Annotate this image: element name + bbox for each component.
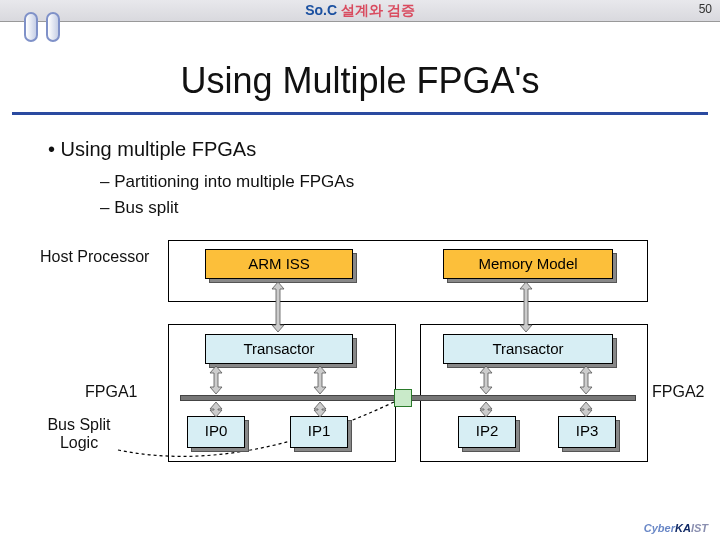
block-memory-model: Memory Model — [443, 249, 613, 279]
footer-logo: CyberKAIST — [644, 522, 708, 534]
block-ip1: IP1 — [290, 416, 348, 448]
double-arrow-icon — [208, 366, 224, 394]
logo-cyber: Cyber — [644, 522, 675, 534]
svg-marker-5 — [580, 402, 592, 417]
title-underline — [12, 112, 708, 115]
double-arrow-icon — [312, 402, 328, 417]
block-arm-iss: ARM ISS — [205, 249, 353, 279]
double-arrow-icon — [578, 402, 594, 417]
double-arrow-icon — [208, 402, 224, 417]
double-arrow-icon — [270, 282, 286, 332]
svg-marker-0 — [272, 282, 284, 332]
label-fpga1: FPGA1 — [85, 383, 153, 401]
block-ip2: IP2 — [458, 416, 516, 448]
page-number: 50 — [699, 2, 712, 16]
double-arrow-icon — [478, 402, 494, 417]
bullet-sub-1: – Partitioning into multiple FPGAs — [100, 172, 354, 192]
svg-marker-6 — [210, 366, 222, 394]
slide-title: Using Multiple FPGA's — [0, 60, 720, 102]
bullet-main: • Using multiple FPGAs — [48, 138, 256, 161]
double-arrow-icon — [478, 366, 494, 394]
bus-split-node — [394, 389, 412, 407]
binder-ring-icon — [46, 12, 60, 42]
svg-marker-2 — [210, 402, 222, 417]
svg-marker-1 — [520, 282, 532, 332]
label-host-processor: Host Processor — [40, 248, 160, 266]
double-arrow-icon — [312, 366, 328, 394]
double-arrow-icon — [518, 282, 534, 332]
header-title: So.C 설계와 검증 — [0, 2, 720, 20]
soc-text: So.C — [305, 2, 337, 18]
svg-marker-4 — [480, 402, 492, 417]
binder-ring-icon — [24, 12, 38, 42]
block-transactor-2: Transactor — [443, 334, 613, 364]
logo-ist: IST — [691, 522, 708, 534]
block-ip0: IP0 — [187, 416, 245, 448]
block-ip3: IP3 — [558, 416, 616, 448]
label-bus-split-logic: Bus Split Logic — [40, 416, 118, 452]
double-arrow-icon — [578, 366, 594, 394]
header-rest: 설계와 검증 — [337, 2, 415, 18]
svg-marker-9 — [580, 366, 592, 394]
label-fpga2: FPGA2 — [652, 383, 720, 401]
svg-marker-3 — [314, 402, 326, 417]
logo-ka: KA — [675, 522, 691, 534]
block-transactor-1: Transactor — [205, 334, 353, 364]
bullet-sub-2: – Bus split — [100, 198, 178, 218]
svg-marker-8 — [480, 366, 492, 394]
svg-marker-7 — [314, 366, 326, 394]
